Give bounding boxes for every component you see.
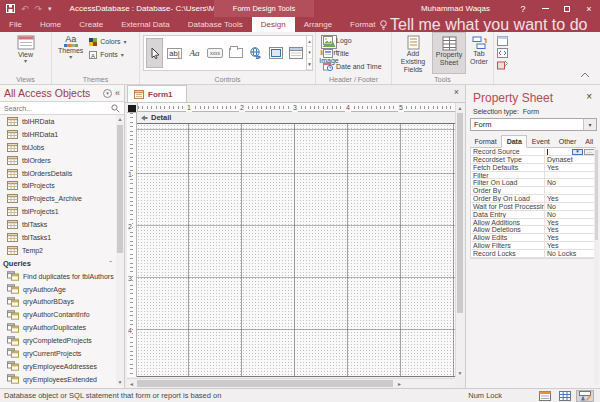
scroll-left-icon[interactable]: ◄ bbox=[127, 379, 136, 388]
property-row[interactable]: Allow Deletions Yes ▼ … bbox=[471, 226, 596, 234]
scroll-thumb[interactable] bbox=[137, 380, 393, 387]
scroll-right-icon[interactable]: ► bbox=[395, 379, 404, 388]
nav-query-item[interactable]: qryAuthorDuplicates bbox=[0, 321, 116, 334]
property-row[interactable]: Order By ▼ … bbox=[471, 187, 596, 195]
nav-table-item[interactable]: tblHRData1 bbox=[0, 128, 116, 141]
nav-query-item[interactable]: qryAuthorContantInfo bbox=[0, 308, 116, 321]
gallery-up-icon[interactable]: ▴ bbox=[307, 36, 312, 47]
property-row[interactable]: Wait for Post Processing No ▼ … bbox=[471, 203, 596, 211]
nav-table-item[interactable]: tblTasks bbox=[0, 218, 116, 231]
account-name[interactable]: Muhammad Waqas bbox=[421, 4, 490, 13]
help-button[interactable]: ? bbox=[512, 0, 534, 17]
themes-button[interactable]: Aa Themes ▾ bbox=[55, 32, 86, 74]
property-sheet-button[interactable]: Property Sheet bbox=[432, 32, 466, 74]
property-tab[interactable]: All bbox=[581, 135, 598, 147]
detail-section-bar[interactable]: Detail bbox=[137, 112, 455, 124]
nav-scroll-thumb[interactable] bbox=[117, 125, 123, 253]
scroll-down-icon[interactable]: ▼ bbox=[456, 368, 464, 377]
property-tab[interactable]: Format bbox=[470, 135, 501, 147]
property-tab[interactable]: Other bbox=[554, 135, 581, 147]
property-row[interactable]: Filter ▼ … bbox=[471, 172, 596, 180]
nav-query-item[interactable]: qryAuthorBDays bbox=[0, 295, 116, 308]
property-row[interactable]: Recordset Type Dynaset ▼ … bbox=[471, 156, 596, 164]
scroll-thumb[interactable] bbox=[457, 113, 463, 313]
select-control-button[interactable] bbox=[146, 38, 163, 68]
label-control-button[interactable]: Aa bbox=[186, 38, 203, 68]
tell-me-box[interactable]: Tell me what you want to do bbox=[372, 16, 595, 34]
nav-query-item[interactable]: qryCompletedProjects bbox=[0, 334, 116, 347]
collapse-group-icon[interactable]: ˆ bbox=[109, 259, 112, 268]
form-view-button[interactable] bbox=[536, 390, 554, 402]
date-time-button[interactable]: Date and Time bbox=[320, 60, 391, 73]
qat-dropdown-icon[interactable]: ▾ bbox=[48, 5, 52, 13]
property-tab[interactable]: Event bbox=[527, 135, 554, 147]
nav-table-item[interactable]: tblProjects bbox=[0, 179, 116, 192]
nav-table-item[interactable]: tblTasks1 bbox=[0, 231, 116, 244]
ribbon-tab[interactable]: Design bbox=[252, 17, 295, 32]
document-close-icon[interactable]: × bbox=[454, 87, 459, 97]
ribbon-tab[interactable]: Home bbox=[31, 17, 70, 32]
nav-table-item[interactable]: tblJobs bbox=[0, 141, 116, 154]
search-icon[interactable] bbox=[111, 104, 120, 113]
value-dropdown-button[interactable]: ▼ bbox=[572, 149, 583, 155]
property-sheet-close-icon[interactable]: × bbox=[586, 91, 592, 102]
property-row[interactable]: Record Locks No Locks ▼ … bbox=[471, 250, 596, 258]
combo-dropdown-icon[interactable]: ▾ bbox=[583, 119, 596, 130]
tab-control-button[interactable] bbox=[227, 38, 244, 68]
navigation-control-button[interactable] bbox=[287, 38, 304, 68]
scroll-down-icon[interactable]: ▼ bbox=[116, 378, 124, 386]
property-scrollbar[interactable] bbox=[594, 148, 599, 385]
close-button[interactable]: × bbox=[578, 0, 600, 17]
nav-query-item[interactable]: qryAuthorAge bbox=[0, 283, 116, 296]
add-existing-fields-button[interactable]: Add Existing Fields bbox=[394, 32, 432, 74]
title-button[interactable]: Title bbox=[320, 47, 391, 60]
property-row[interactable]: Allow Edits Yes ▼ … bbox=[471, 234, 596, 242]
form-select-all-button[interactable] bbox=[128, 105, 136, 112]
property-tab[interactable]: Data bbox=[501, 135, 527, 148]
ribbon-tab[interactable]: External Data bbox=[112, 17, 178, 32]
tab-order-button[interactable]: Tab Order bbox=[466, 32, 492, 74]
gallery-more-icon[interactable]: ▼ bbox=[307, 59, 312, 70]
datasheet-view-button[interactable] bbox=[556, 390, 574, 402]
view-code-icon[interactable] bbox=[497, 48, 508, 58]
nav-query-item[interactable]: qryEmployeesExtended bbox=[0, 373, 116, 386]
gallery-down-icon[interactable]: ▾ bbox=[307, 47, 312, 58]
ribbon-tab[interactable]: File bbox=[0, 17, 31, 32]
document-tab-form1[interactable]: Form1 bbox=[127, 85, 187, 102]
logo-button[interactable]: Logo bbox=[320, 34, 391, 47]
property-row[interactable]: Filter On Load No ▼ … bbox=[471, 179, 596, 187]
nav-table-item[interactable]: tblProjects1 bbox=[0, 205, 116, 218]
property-row[interactable]: Record Source ▼ … bbox=[471, 148, 596, 156]
nav-table-item[interactable]: tblOrdersDetails bbox=[0, 167, 116, 180]
ribbon-tab[interactable]: Create bbox=[70, 17, 112, 32]
nav-scrollbar[interactable]: ▲ ▼ bbox=[116, 115, 124, 386]
property-row[interactable]: Data Entry No ▼ … bbox=[471, 211, 596, 219]
object-selector-combo[interactable]: Form ▾ bbox=[470, 118, 597, 131]
nav-query-item[interactable]: qryCurrentProjects bbox=[0, 347, 116, 360]
textbox-control-button[interactable]: ab| bbox=[166, 38, 183, 68]
document-horizontal-scrollbar[interactable]: ◄ ► bbox=[127, 378, 455, 388]
property-row[interactable]: Allow Filters Yes ▼ … bbox=[471, 242, 596, 250]
nav-group-queries[interactable]: Queries ˆ bbox=[0, 257, 116, 270]
nav-query-item[interactable]: Find duplicates for tblAuthors bbox=[0, 270, 116, 283]
button-control-button[interactable]: xxxx bbox=[206, 38, 224, 68]
maximize-button[interactable] bbox=[556, 0, 578, 17]
property-row[interactable]: Allow Additions Yes ▼ … bbox=[471, 219, 596, 227]
colors-button[interactable]: Colors▾ bbox=[86, 35, 129, 48]
nav-table-item[interactable]: tblOrders bbox=[0, 154, 116, 167]
shutter-close-icon[interactable]: « bbox=[115, 88, 120, 98]
hyperlink-control-button[interactable] bbox=[247, 38, 264, 68]
scroll-up-icon[interactable]: ▲ bbox=[456, 103, 464, 112]
save-icon[interactable] bbox=[6, 4, 15, 13]
ribbon-tab[interactable]: Arrange bbox=[295, 17, 341, 32]
undo-icon[interactable]: ↶ bbox=[21, 4, 29, 14]
search-input[interactable] bbox=[4, 105, 111, 112]
collapse-ribbon-icon[interactable] bbox=[580, 72, 590, 78]
web-browser-control-button[interactable] bbox=[267, 38, 284, 68]
nav-menu-icon[interactable]: ▾ bbox=[103, 89, 112, 98]
property-row[interactable]: Fetch Defaults Yes ▼ … bbox=[471, 164, 596, 172]
property-row[interactable]: Order By On Load Yes ▼ … bbox=[471, 195, 596, 203]
subform-new-window-icon[interactable] bbox=[497, 36, 508, 46]
redo-icon[interactable]: ↷ bbox=[35, 4, 43, 14]
convert-macros-icon[interactable] bbox=[497, 60, 508, 70]
